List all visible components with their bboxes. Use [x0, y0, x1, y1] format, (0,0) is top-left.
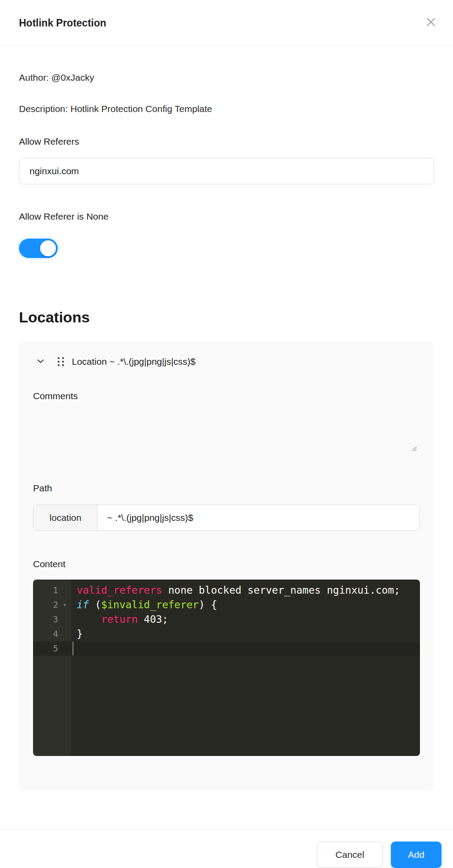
- gutter-line-number: 3: [33, 612, 71, 627]
- toggle-knob: [40, 240, 56, 256]
- close-button[interactable]: [423, 15, 439, 31]
- description-text: Description: Hotlink Protection Config T…: [19, 103, 434, 115]
- modal-body: Author: @0xJacky Description: Hotlink Pr…: [0, 46, 453, 801]
- path-input[interactable]: [98, 505, 420, 531]
- allow-referers-label: Allow Referers: [19, 135, 434, 148]
- modal-footer: Cancel Add: [0, 842, 453, 868]
- locations-heading: Locations: [19, 307, 434, 327]
- comments-label: Comments: [33, 390, 420, 402]
- drag-handle-icon[interactable]: [55, 356, 67, 367]
- footer-divider: [0, 829, 453, 830]
- location-card: Location ~ .*\.(jpg|png|js|css)$ Comment…: [19, 341, 434, 792]
- path-input-group: location: [33, 505, 420, 531]
- code-line: return 403;: [71, 612, 420, 627]
- gutter-line-number: 1: [33, 583, 71, 598]
- allow-referer-none-label: Allow Referer is None: [19, 210, 434, 223]
- code-line: valid_referers none blocked server_names…: [71, 583, 420, 598]
- allow-referers-input[interactable]: [19, 158, 434, 184]
- chevron-down-icon: [36, 357, 45, 367]
- collapse-button[interactable]: [34, 355, 47, 368]
- add-button[interactable]: Add: [391, 842, 442, 868]
- gutter-line-number: 5: [33, 641, 71, 656]
- text-cursor: [72, 642, 74, 655]
- comments-field-wrap: [33, 405, 420, 459]
- content-label: Content: [33, 558, 420, 570]
- author-text: Author: @0xJacky: [19, 71, 434, 84]
- resize-handle-icon[interactable]: [411, 445, 417, 453]
- cancel-button[interactable]: Cancel: [317, 842, 383, 868]
- code-line: [71, 641, 420, 656]
- gutter-line-number: 2▾: [33, 598, 71, 612]
- path-addon: location: [33, 505, 98, 531]
- code-editor[interactable]: 12▾345 valid_referers none blocked serve…: [33, 580, 420, 756]
- allow-referer-none-toggle[interactable]: [19, 239, 58, 258]
- fold-arrow-icon[interactable]: ▾: [58, 598, 71, 612]
- modal-title: Hotlink Protection: [19, 17, 106, 29]
- hotlink-protection-modal: Hotlink Protection Author: @0xJacky Desc…: [0, 0, 453, 868]
- close-icon: [425, 16, 437, 29]
- comments-textarea[interactable]: [33, 405, 420, 459]
- code-line: if ($invalid_referer) {: [71, 598, 420, 612]
- code-area: valid_referers none blocked server_names…: [71, 580, 420, 756]
- gutter-line-number: 4: [33, 627, 71, 641]
- code-gutter: 12▾345: [33, 580, 71, 756]
- path-label: Path: [33, 482, 420, 494]
- modal-header: Hotlink Protection: [0, 0, 453, 46]
- location-title: Location ~ .*\.(jpg|png|js|css)$: [72, 356, 196, 367]
- code-line: }: [71, 627, 420, 641]
- location-card-header: Location ~ .*\.(jpg|png|js|css)$: [33, 354, 420, 370]
